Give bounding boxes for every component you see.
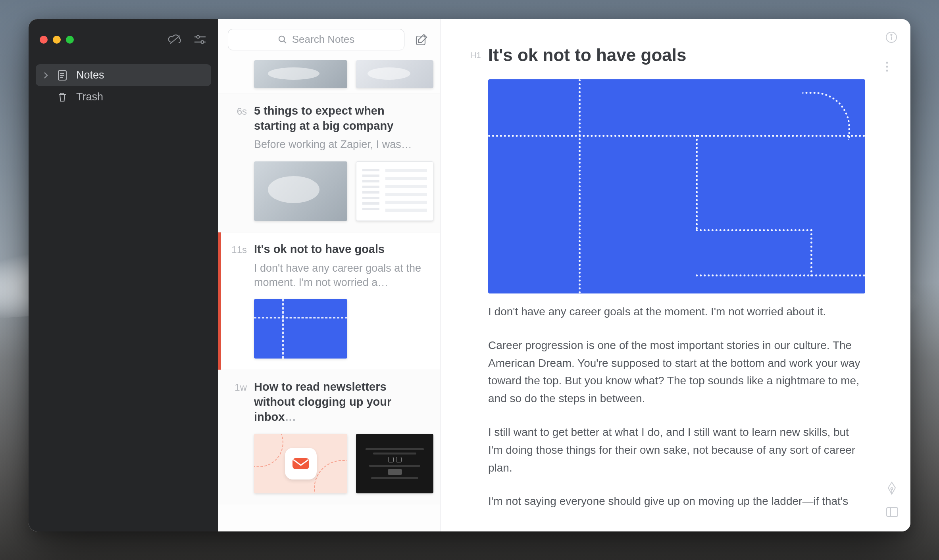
- sidebar-item-notes[interactable]: Notes: [36, 64, 211, 86]
- new-note-button[interactable]: [412, 31, 431, 49]
- document-paragraph[interactable]: I still want to get better at what I do,…: [488, 424, 861, 477]
- thumbnail-image: [356, 434, 433, 493]
- trash-icon: [57, 91, 69, 103]
- panel-toggle-button[interactable]: [886, 507, 899, 517]
- document-paragraph[interactable]: Career progression is one of the most im…: [488, 337, 861, 408]
- svg-point-19: [891, 488, 893, 490]
- sidebar-item-label: Trash: [76, 91, 103, 103]
- svg-point-9: [279, 36, 285, 42]
- sidebar-panel-icon: [886, 507, 899, 517]
- note-timestamp: 11s: [229, 242, 247, 359]
- app-window: Notes Trash Search Notes: [29, 19, 910, 531]
- info-button[interactable]: [885, 31, 899, 44]
- note-list-panel: Search Notes 6s 5 things to expect when …: [218, 19, 441, 531]
- note-preview: I don't have any career goals at the mom…: [254, 261, 429, 290]
- svg-point-16: [886, 61, 888, 63]
- svg-rect-12: [292, 458, 309, 469]
- svg-point-15: [891, 34, 892, 35]
- sidebar-nav: Notes Trash: [29, 60, 218, 112]
- more-vertical-icon: [885, 60, 889, 73]
- chevron-right-icon: [43, 72, 50, 79]
- thumbnail-image: [254, 299, 347, 359]
- note-preview: Before working at Zapier, I was…: [254, 137, 429, 152]
- list-item[interactable]: 11s It's ok not to have goals I don't ha…: [218, 232, 440, 370]
- list-item[interactable]: 6s 5 things to expect when starting at a…: [218, 94, 440, 232]
- sidebar-item-trash[interactable]: Trash: [36, 86, 211, 108]
- zoom-window-button[interactable]: [66, 36, 74, 44]
- thumbnail-image: [356, 60, 433, 88]
- editor-toolbar-bottom: [886, 481, 899, 517]
- svg-line-10: [284, 41, 286, 43]
- thumbnail-image: [254, 161, 347, 221]
- document-title[interactable]: H1 It's ok not to have goals: [488, 45, 867, 65]
- sync-status-icon[interactable]: [167, 33, 182, 47]
- more-button[interactable]: [885, 60, 899, 74]
- list-item-partial-top[interactable]: [254, 60, 440, 94]
- note-list-scroll[interactable]: 6s 5 things to expect when starting at a…: [218, 60, 440, 531]
- search-placeholder: Search Notes: [292, 33, 355, 46]
- svg-point-2: [197, 36, 200, 38]
- settings-sliders-icon[interactable]: [193, 33, 207, 47]
- close-window-button[interactable]: [40, 36, 48, 44]
- titlebar: [29, 19, 218, 60]
- thumbnail-image: [356, 161, 433, 221]
- note-timestamp: 1w: [229, 380, 247, 493]
- note-timestamp: 6s: [229, 104, 247, 221]
- compose-icon: [414, 33, 429, 47]
- heading-level-tag: H1: [471, 51, 481, 60]
- editor-panel: H1 It's ok not to have goals I don't hav…: [441, 19, 910, 531]
- note-title: 5 things to expect when starting at a bi…: [254, 104, 429, 133]
- search-input[interactable]: Search Notes: [228, 29, 404, 50]
- pen-mode-button[interactable]: [886, 481, 899, 495]
- pen-nib-icon: [886, 481, 898, 495]
- sidebar: Notes Trash: [29, 19, 218, 531]
- note-icon: [57, 69, 69, 81]
- minimize-window-button[interactable]: [53, 36, 61, 44]
- sidebar-item-label: Notes: [76, 69, 104, 81]
- list-item[interactable]: 1w How to read newsletters without clogg…: [218, 370, 440, 504]
- document-paragraph[interactable]: I don't have any career goals at the mom…: [488, 303, 861, 321]
- window-controls: [40, 36, 74, 44]
- note-title: How to read newsletters without clogging…: [254, 380, 429, 424]
- document-hero-image[interactable]: [488, 79, 865, 293]
- note-title: It's ok not to have goals: [254, 242, 429, 257]
- svg-rect-21: [887, 508, 898, 516]
- info-icon: [885, 31, 898, 44]
- note-list-header: Search Notes: [218, 19, 440, 60]
- document-paragraph[interactable]: I'm not saying everyone should give up o…: [488, 493, 861, 510]
- svg-point-4: [201, 41, 204, 44]
- svg-point-17: [886, 65, 888, 67]
- thumbnail-image: [254, 60, 347, 88]
- editor-toolbar-top: [885, 31, 899, 74]
- thumbnail-image: [254, 434, 347, 493]
- svg-point-18: [886, 69, 888, 71]
- search-icon: [278, 35, 287, 44]
